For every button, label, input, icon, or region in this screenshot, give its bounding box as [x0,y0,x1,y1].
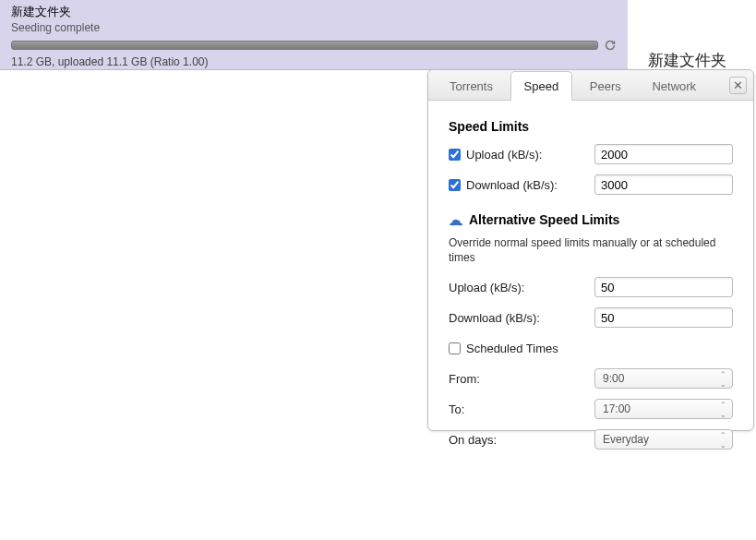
upload-limit-label: Upload (kB/s): [466,148,542,162]
tab-torrents[interactable]: Torrents [436,71,507,101]
turtle-icon [449,215,463,224]
from-time-select[interactable]: 9:00 [594,368,733,389]
tab-network[interactable]: Network [638,71,710,101]
scheduled-times-checkbox[interactable] [449,342,461,354]
to-label: To: [449,402,464,416]
alt-speed-heading-text: Alternative Speed Limits [469,212,619,227]
progress-bar [11,41,598,50]
from-time-value: 9:00 [603,372,624,385]
alt-upload-label: Upload (kB/s): [449,281,524,294]
alt-download-input[interactable] [594,307,733,328]
inspector-title: 新建文件夹 [648,50,726,71]
alt-speed-description: Override normal speed limits manually or… [449,236,733,265]
tab-speed[interactable]: Speed [510,71,573,101]
torrent-list-row[interactable]: 新建文件夹 Seeding complete 11.2 GB, uploaded… [0,0,628,70]
tab-peers[interactable]: Peers [576,71,635,101]
on-days-select[interactable]: Everyday [594,429,733,450]
on-days-value: Everyday [603,433,649,446]
upload-limit-checkbox[interactable] [449,149,461,161]
download-limit-label: Download (kB/s): [466,178,558,192]
close-icon: ✕ [733,79,743,91]
scheduled-times-label: Scheduled Times [466,342,558,355]
torrent-status: Seeding complete [11,21,617,34]
to-time-select[interactable]: 17:00 [594,399,733,419]
speed-limits-heading: Speed Limits [449,119,733,134]
preferences-panel: Torrents Speed Peers Network ✕ Speed Lim… [427,69,754,431]
to-time-value: 17:00 [603,402,630,415]
tabs-bar: Torrents Speed Peers Network ✕ [428,70,753,101]
download-limit-checkbox[interactable] [449,179,461,191]
upload-limit-input[interactable] [594,144,733,164]
alt-speed-heading: Alternative Speed Limits [449,212,733,227]
on-days-label: On days: [449,433,497,447]
download-limit-input[interactable] [594,174,733,195]
from-label: From: [449,372,480,386]
close-button[interactable]: ✕ [729,77,747,94]
alt-upload-input[interactable] [594,277,733,297]
torrent-name: 新建文件夹 [11,2,617,20]
alt-download-label: Download (kB/s): [449,311,540,325]
refresh-icon[interactable] [604,39,617,52]
torrent-details: 11.2 GB, uploaded 11.1 GB (Ratio 1.00) [11,55,617,68]
